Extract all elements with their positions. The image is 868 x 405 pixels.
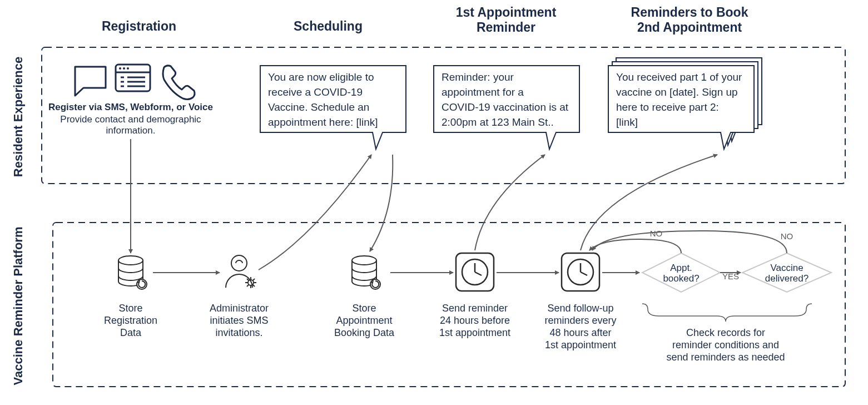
lane-label-resident: Resident Experience <box>11 57 25 177</box>
decision-appt-booked: Appt. booked? <box>642 253 720 292</box>
label-no-1: NO <box>650 229 663 238</box>
svg-text:2:00pm at 123 Main St..: 2:00pm at 123 Main St.. <box>442 116 554 128</box>
send48-l4: 1st appointment <box>545 339 616 350</box>
svg-text:Reminder: your: Reminder: your <box>442 71 514 83</box>
store-appt-l3: Booking Data <box>334 327 395 338</box>
sms-icon <box>75 67 106 96</box>
arrow-clock1-to-reminder1 <box>475 155 545 250</box>
store-reg-l2: Registration <box>104 315 157 326</box>
svg-text:You are now eligible to: You are now eligible to <box>268 71 374 83</box>
store-appt-l1: Store <box>352 303 376 314</box>
header-reminder2-l2: 2nd Appointment <box>637 20 742 34</box>
svg-point-3 <box>123 67 125 70</box>
header-registration: Registration <box>102 19 176 33</box>
header-scheduling: Scheduling <box>294 19 363 33</box>
decision-vaccine-delivered: Vaccine delivered? <box>742 253 831 292</box>
admin-l2: initiates SMS <box>210 315 268 326</box>
admin-l1: Administrator <box>210 303 269 314</box>
header-reminder1-l2: Reminder <box>477 20 535 34</box>
db-appointment-icon <box>352 256 380 289</box>
svg-text:COVID-19 vaccination is at: COVID-19 vaccination is at <box>442 101 569 113</box>
arrow-dec1-no <box>589 239 681 253</box>
clock-48h-icon <box>562 253 599 291</box>
header-reminder2-l1: Reminders to Book <box>631 5 748 19</box>
svg-line-32 <box>475 272 482 275</box>
send48-l3: 48 hours after <box>549 327 611 338</box>
header-reminder1-l1: 1st Appointment <box>456 5 557 19</box>
clock-24h-icon <box>456 253 494 291</box>
scheduling-bubble: You are now eligible to receive a COVID-… <box>260 66 406 149</box>
store-reg-l1: Store <box>118 303 142 314</box>
svg-text:Vaccine. Schedule an: Vaccine. Schedule an <box>268 101 369 113</box>
send24-l1: Send reminder <box>442 303 508 314</box>
svg-point-2 <box>119 67 121 70</box>
register-title: Register via SMS, Webform, or Voice <box>48 102 213 112</box>
lane-label-platform: Vaccine Reminder Platform <box>11 227 25 386</box>
admin-l3: invitations. <box>215 327 262 338</box>
db-registration-icon <box>118 256 147 289</box>
svg-text:Appt.: Appt. <box>670 263 692 273</box>
svg-point-27 <box>352 256 376 265</box>
admin-icon <box>226 255 256 288</box>
svg-text:Vaccine: Vaccine <box>770 263 803 273</box>
svg-text:[link]: [link] <box>616 116 638 128</box>
svg-text:here to receive part 2:: here to receive part 2: <box>616 101 719 113</box>
label-no-2: NO <box>781 231 793 241</box>
svg-point-4 <box>127 67 129 70</box>
svg-text:appointment here: [link]: appointment here: [link] <box>268 116 378 128</box>
check-l3: send reminders as needed <box>666 352 785 363</box>
label-yes: YES <box>722 271 739 281</box>
svg-point-25 <box>231 255 247 271</box>
send24-l3: 1st appointment <box>439 327 510 338</box>
store-reg-l3: Data <box>120 327 142 338</box>
send48-l1: Send follow-up <box>547 303 613 314</box>
send24-l2: 24 hours before <box>440 315 510 326</box>
reminder2-bubble-stack: You received part 1 of your vaccine on [… <box>608 58 762 149</box>
arrow-dec2-no <box>592 231 787 253</box>
arrow-clock2-to-reminder2 <box>581 155 717 250</box>
svg-text:You received part 1 of your: You received part 1 of your <box>616 71 742 83</box>
register-sub1: Provide contact and demographic <box>60 114 201 125</box>
svg-point-23 <box>118 256 143 265</box>
check-l2: reminder conditions and <box>672 339 779 350</box>
svg-text:appointment for a: appointment for a <box>442 86 524 98</box>
check-l1: Check records for <box>686 327 765 338</box>
reminder1-bubble: Reminder: your appointment for a COVID-1… <box>434 66 579 149</box>
svg-text:vaccine on [date]. Sign up: vaccine on [date]. Sign up <box>616 86 738 98</box>
svg-text:receive a COVID-19: receive a COVID-19 <box>268 86 363 98</box>
register-sub2: information. <box>106 125 156 136</box>
webform-icon <box>116 65 150 91</box>
phone-icon <box>163 66 195 100</box>
svg-line-36 <box>581 272 587 275</box>
arrow-scheduling-to-apptdb <box>370 155 393 251</box>
brace-icon <box>642 304 812 322</box>
svg-text:delivered?: delivered? <box>765 273 809 284</box>
store-appt-l2: Appointment <box>336 315 392 326</box>
send48-l2: reminders every <box>544 315 616 326</box>
svg-text:booked?: booked? <box>663 273 699 284</box>
arrow-admin-to-scheduling <box>259 155 371 270</box>
